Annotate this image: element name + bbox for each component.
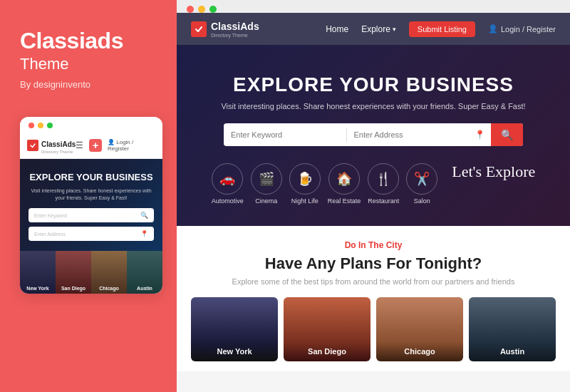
city-card-austin[interactable]: Austin [469, 297, 556, 361]
city-card-newyork[interactable]: New York [191, 297, 278, 361]
logo-check-icon [27, 140, 38, 151]
mockup-dot-red [28, 123, 34, 128]
mockup-city-sandiego: San Diego [56, 251, 91, 294]
city-card-sandiego-name: San Diego [284, 347, 370, 356]
website-logo-name: ClassiAds [211, 21, 259, 32]
category-restaurant[interactable]: 🍴 Restaurant [368, 163, 399, 205]
logo-text-block: ClassiAds Directory Theme [41, 137, 76, 154]
category-salon[interactable]: ✂️ Salon [406, 163, 437, 205]
mockup-logo-sub: Directory Theme [41, 150, 76, 154]
mockup-hero-sub: Visit interesting places. Share honest e… [28, 187, 154, 202]
section-subtitle: Explore some of the best tips from aroun… [191, 277, 556, 286]
mockup-header: ClassiAds Directory Theme ☰ + 👤 Login / … [20, 133, 162, 159]
website-preview: ClassiAds Directory Theme Home Explore ▾… [177, 13, 570, 392]
city-card-austin-name: Austin [469, 347, 556, 356]
website-logo-check-icon [191, 21, 207, 37]
cinema-label: Cinema [255, 197, 277, 205]
hero-title: EXPLORE YOUR BUSINESS [191, 73, 556, 96]
salon-label: Salon [414, 197, 430, 205]
mockup-login-text[interactable]: 👤 Login / Register [108, 139, 155, 152]
browser-dot-yellow[interactable] [198, 6, 205, 13]
browser-dot-green[interactable] [209, 6, 217, 13]
below-hero-section: Do In The City Have Any Plans For Tonigh… [177, 226, 570, 371]
mockup-address-bar[interactable]: Enter Address 📍 [28, 227, 154, 241]
mockup-address-placeholder: Enter Address [34, 232, 66, 237]
automotive-icon: 🚗 [212, 163, 243, 195]
hamburger-icon[interactable]: ☰ [76, 140, 83, 150]
nav-explore-link[interactable]: Explore ▾ [361, 24, 396, 34]
mockup-city-newyork: New York [20, 251, 56, 294]
mockup-city-austin-label: Austin [127, 286, 162, 291]
category-automotive[interactable]: 🚗 Automotive [212, 163, 244, 205]
browser-dot-red[interactable] [187, 6, 194, 13]
left-panel: Classiads Theme By designinvento ClassiA… [0, 0, 177, 392]
hero-search-button[interactable]: 🔍 [491, 123, 523, 146]
hero-search-bar: 📍 🔍 [224, 123, 523, 146]
automotive-label: Automotive [212, 197, 244, 205]
section-tag: Do In The City [191, 240, 556, 250]
nightlife-label: Night Life [291, 197, 318, 205]
keyword-input[interactable] [224, 125, 346, 145]
mockup-logo-text: ClassiAds [41, 140, 76, 148]
category-nightlife[interactable]: 🍺 Night Life [289, 163, 321, 205]
brand-by: By designinvento [20, 79, 90, 90]
city-cards: New York San Diego Chicago Austin [191, 297, 556, 361]
mockup-dot-yellow [38, 123, 43, 128]
realestate-icon: 🏠 [328, 163, 360, 195]
nightlife-icon: 🍺 [289, 163, 321, 195]
explore-dropdown-arrow: ▾ [393, 26, 396, 33]
mockup-dot-green [47, 123, 53, 128]
mobile-mockup: ClassiAds Directory Theme ☰ + 👤 Login / … [20, 117, 162, 294]
city-card-sandiego[interactable]: San Diego [284, 297, 370, 361]
brand-title: Classiads [20, 29, 123, 53]
plus-icon[interactable]: + [89, 139, 102, 152]
mockup-keyword-placeholder: Enter Keyword [34, 213, 67, 218]
nav-links: Home Explore ▾ Submit Listing 👤 Login / … [326, 21, 556, 37]
section-title: Have Any Plans For Tonight? [191, 254, 556, 273]
mockup-location-icon: 📍 [140, 230, 148, 237]
website-logo-sub: Directory Theme [211, 33, 259, 38]
submit-listing-button[interactable]: Submit Listing [409, 21, 475, 37]
mockup-search-icon: 🔍 [140, 212, 148, 219]
mockup-hero-title: EXPLORE YOUR BUSINESS [28, 172, 154, 183]
salon-icon: ✂️ [406, 163, 437, 195]
hero-categories: 🚗 Automotive 🎬 Cinema 🍺 Night Life 🏠 Rea… [191, 163, 556, 205]
lets-explore-text: Let's Explore [452, 163, 535, 180]
browser-chrome [177, 0, 570, 13]
website-nav: ClassiAds Directory Theme Home Explore ▾… [177, 13, 570, 45]
mockup-nav-icons: ☰ + 👤 Login / Register [76, 139, 155, 152]
mockup-cities: New York San Diego Chicago Austin [20, 251, 162, 294]
mockup-search-bar[interactable]: Enter Keyword 🔍 [28, 208, 154, 222]
nav-home-link[interactable]: Home [326, 24, 348, 34]
hero-subtitle: Visit interesting places. Share honest e… [191, 102, 556, 110]
location-pin-icon: 📍 [469, 124, 491, 145]
city-card-chicago[interactable]: Chicago [376, 297, 463, 361]
right-panel: ClassiAds Directory Theme Home Explore ▾… [177, 0, 570, 392]
mockup-city-chicago: Chicago [91, 251, 127, 294]
cinema-icon: 🎬 [251, 163, 282, 195]
nav-login-link[interactable]: 👤 Login / Register [488, 24, 556, 33]
restaurant-label: Restaurant [368, 197, 399, 205]
city-card-chicago-name: Chicago [376, 347, 463, 356]
website-logo: ClassiAds Directory Theme [191, 20, 259, 38]
mockup-city-sandiego-label: San Diego [56, 286, 91, 291]
mockup-city-newyork-label: New York [20, 286, 56, 291]
category-realestate[interactable]: 🏠 Real Estate [328, 163, 361, 205]
mockup-hero: EXPLORE YOUR BUSINESS Visit interesting … [20, 159, 162, 251]
brand-subtitle: Theme [20, 55, 68, 73]
hero-section: EXPLORE YOUR BUSINESS Visit interesting … [177, 45, 570, 226]
city-card-newyork-name: New York [191, 347, 278, 356]
mockup-city-chicago-label: Chicago [91, 286, 127, 291]
location-input[interactable] [347, 125, 470, 145]
realestate-label: Real Estate [328, 197, 361, 205]
category-cinema[interactable]: 🎬 Cinema [251, 163, 282, 205]
restaurant-icon: 🍴 [368, 163, 399, 195]
mockup-city-austin: Austin [127, 251, 162, 294]
website-logo-text-block: ClassiAds Directory Theme [211, 20, 259, 38]
mockup-logo: ClassiAds Directory Theme [27, 137, 76, 154]
mockup-bar [20, 117, 162, 133]
